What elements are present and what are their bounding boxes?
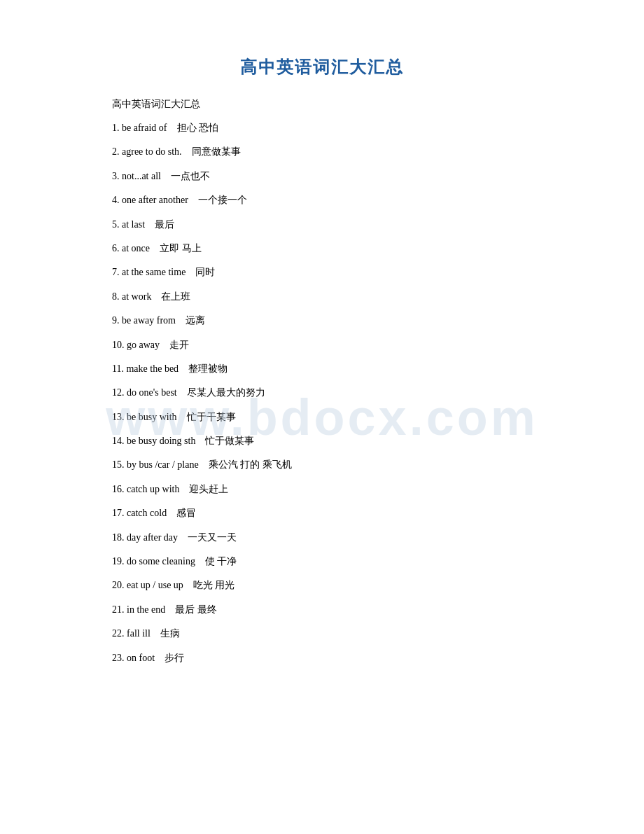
item-number: 3. not...at all (112, 171, 161, 181)
item-chinese: 迎头赶上 (189, 484, 228, 494)
item-number: 21. in the end (112, 604, 165, 615)
item-number: 2. agree to do sth. (112, 146, 182, 157)
list-item: 23. on foot 步行 (112, 651, 532, 666)
list-item: 6. at once 立即 马上 (112, 241, 532, 256)
item-number: 14. be busy doing sth (112, 436, 195, 446)
list-item: 11. make the bed 整理被物 (112, 361, 532, 377)
item-number: 23. on foot (112, 653, 155, 663)
list-item: 7. at the same time 同时 (112, 265, 532, 280)
item-number: 20. eat up / use up (112, 580, 183, 590)
item-chinese: 尽某人最大的努力 (187, 387, 265, 398)
item-chinese: 担心 恐怕 (177, 123, 219, 133)
item-number: 13. be busy with (112, 412, 177, 422)
list-item: 4. one after another 一个接一个 (112, 193, 532, 208)
list-item: 12. do one's best 尽某人最大的努力 (112, 385, 532, 401)
item-number: 9. be away from (112, 315, 176, 326)
item-chinese: 同意做某事 (192, 146, 241, 157)
subtitle: 高中英语词汇大汇总 (112, 98, 532, 111)
item-number: 6. at once (112, 243, 150, 253)
item-chinese: 一点也不 (171, 171, 210, 181)
list-item: 2. agree to do sth. 同意做某事 (112, 144, 532, 160)
item-number: 22. fall ill (112, 628, 150, 639)
item-number: 8. at work (112, 291, 151, 302)
list-item: 10. go away 走开 (112, 338, 532, 353)
item-number: 16. catch up with (112, 484, 179, 494)
item-chinese: 最后 (155, 219, 174, 230)
item-chinese: 一个接一个 (198, 195, 247, 205)
vocabulary-list: 1. be afraid of 担心 恐怕2. agree to do sth.… (112, 120, 532, 666)
list-item: 17. catch cold 感冒 (112, 506, 532, 521)
item-number: 10. go away (112, 340, 160, 350)
item-chinese: 忙于做某事 (205, 436, 254, 446)
item-chinese: 走开 (169, 340, 189, 350)
list-item: 13. be busy with 忙于干某事 (112, 410, 532, 425)
item-number: 17. catch cold (112, 508, 167, 518)
item-chinese: 感冒 (176, 508, 196, 518)
item-chinese: 立即 马上 (160, 243, 202, 253)
item-chinese: 在上班 (161, 291, 190, 302)
item-number: 12. do one's best (112, 387, 177, 398)
list-item: 21. in the end 最后 最终 (112, 602, 532, 618)
item-number: 5. at last (112, 219, 145, 230)
item-chinese: 乘公汽 打的 乘飞机 (209, 459, 292, 470)
list-item: 14. be busy doing sth 忙于做某事 (112, 433, 532, 449)
item-number: 1. be afraid of (112, 123, 167, 133)
item-chinese: 吃光 用光 (193, 580, 235, 590)
item-number: 11. make the bed (112, 363, 178, 374)
item-chinese: 使 干净 (205, 556, 237, 567)
item-number: 7. at the same time (112, 267, 186, 277)
item-chinese: 远离 (186, 315, 205, 326)
list-item: 20. eat up / use up 吃光 用光 (112, 578, 532, 593)
item-number: 15. by bus /car / plane (112, 459, 199, 470)
page-title: 高中英语词汇大汇总 (112, 56, 532, 78)
item-chinese: 忙于干某事 (187, 412, 236, 422)
page-container: 高中英语词汇大汇总 高中英语词汇大汇总 1. be afraid of 担心 恐… (0, 0, 644, 730)
item-chinese: 步行 (164, 653, 184, 663)
item-chinese: 一天又一天 (188, 532, 237, 543)
list-item: 15. by bus /car / plane 乘公汽 打的 乘飞机 (112, 457, 532, 473)
item-chinese: 最后 最终 (175, 604, 217, 615)
item-chinese: 同时 (195, 267, 215, 277)
list-item: 1. be afraid of 担心 恐怕 (112, 120, 532, 136)
list-item: 18. day after day 一天又一天 (112, 530, 532, 545)
list-item: 3. not...at all 一点也不 (112, 169, 532, 184)
list-item: 19. do some cleaning 使 干净 (112, 554, 532, 569)
list-item: 5. at last 最后 (112, 217, 532, 232)
list-item: 22. fall ill 生病 (112, 626, 532, 641)
list-item: 16. catch up with 迎头赶上 (112, 482, 532, 497)
item-number: 4. one after another (112, 195, 188, 205)
list-item: 8. at work 在上班 (112, 289, 532, 305)
item-number: 19. do some cleaning (112, 556, 195, 567)
item-chinese: 整理被物 (188, 363, 227, 374)
list-item: 9. be away from 远离 (112, 313, 532, 328)
item-number: 18. day after day (112, 532, 178, 543)
item-chinese: 生病 (160, 628, 180, 639)
